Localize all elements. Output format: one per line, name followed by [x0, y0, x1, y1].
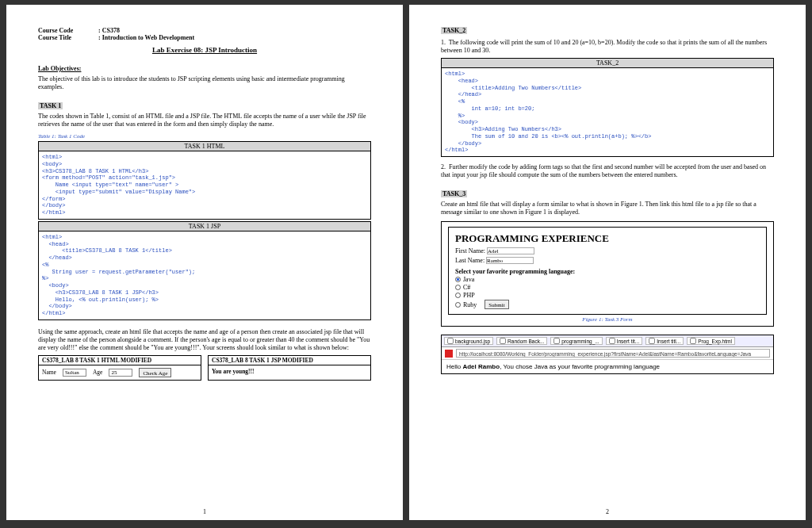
task2-code-header: TASK_2	[442, 59, 774, 68]
mod-age-input[interactable]: 25	[109, 369, 132, 377]
task3-form-frame: PROGRAMMING EXPERIENCE First Name: Adel …	[441, 221, 774, 327]
select-label: Select your favorite programming languag…	[455, 268, 760, 275]
browser-frame: background.jsp Random Back... programmin…	[441, 335, 774, 374]
page-1: Course Code : CS378 Course Title : Intro…	[6, 5, 403, 520]
stop-icon[interactable]	[445, 350, 453, 358]
browser-tab[interactable]: background.jsp	[444, 337, 493, 345]
form-title: PROGRAMMING EXPERIENCE	[455, 232, 760, 245]
page-icon	[690, 338, 696, 344]
table1-caption: Table 1: Task 1 Code	[38, 133, 371, 140]
mod-html-box: CS378_LAB 8 TASK 1 HTML MODIFIED Name Su…	[38, 355, 201, 381]
browser-tab[interactable]: Prog_Exp.html	[687, 337, 735, 345]
submit-button[interactable]: Submit	[485, 300, 508, 309]
mod-jsp-header: CS378_LAB 8 TASK 1 JSP MODIFIED	[209, 356, 370, 365]
task1-followup: Using the same approach, create an html …	[38, 328, 371, 352]
doc-title: Lab Exercise 08: JSP Introduction	[38, 46, 371, 54]
ln-label: Last Name:	[455, 257, 485, 264]
task2-num2: 2.	[441, 163, 449, 170]
opt-php: PHP	[463, 292, 475, 299]
task2-item1: The following code will print the sum of…	[441, 39, 767, 54]
task2-num1: 1.	[441, 39, 449, 46]
page-icon	[609, 338, 615, 344]
objectives-heading: Lab Objectives:	[38, 65, 371, 72]
task2-label: TASK_2	[441, 27, 467, 34]
task2-item2: Further modify the code by adding form t…	[441, 163, 766, 178]
page1-number: 1	[6, 508, 403, 515]
figure1-caption: Figure 1: Task 3 Form	[448, 316, 767, 323]
browser-tab[interactable]: Random Back...	[496, 337, 547, 345]
browser-content: Hello Adel Rambo, You chose Java as your…	[442, 360, 773, 373]
radio-dot-icon	[455, 285, 461, 290]
page-icon	[500, 338, 506, 344]
task1-intro: The codes shown in Table 1, consist of a…	[38, 113, 371, 128]
radio-dot-icon	[455, 277, 461, 282]
task1-jsp-code: <html> <head> <title>CS378_LAB 8 TASK 1<…	[42, 234, 367, 317]
course-code-label: Course Code	[38, 27, 94, 34]
url-field[interactable]: http://localhost:8080/Working_Folder/pro…	[456, 349, 770, 358]
task2-code: <html> <head> <title>Adding Two Numbers<…	[445, 71, 770, 154]
ln-input[interactable]: Rambo	[486, 257, 534, 264]
address-bar: http://localhost:8080/Working_Folder/pro…	[442, 347, 773, 360]
mod-name-input[interactable]: Sultan	[63, 369, 86, 377]
mod-html-header: CS378_LAB 8 TASK 1 HTML MODIFIED	[39, 356, 201, 365]
page-2: TASK_2 1. The following code will print …	[409, 5, 806, 520]
course-title-label: Course Title	[38, 34, 94, 41]
opt-java: Java	[463, 276, 474, 283]
course-title-row: Course Title : Introduction to Web Devel…	[38, 34, 371, 41]
radio-java[interactable]: Java	[455, 276, 760, 283]
course-code-row: Course Code : CS378	[38, 27, 371, 34]
output-name: Adel Rambo	[462, 363, 500, 370]
course-title-value: : Introduction to Web Development	[98, 34, 194, 41]
browser-tabstrip: background.jsp Random Back... programmin…	[442, 335, 773, 347]
page2-number: 2	[409, 508, 806, 515]
mod-jsp-box: CS378_LAB 8 TASK 1 JSP MODIFIED You are …	[208, 355, 371, 381]
output-suffix: , You chose Java as your favorite progra…	[500, 363, 660, 370]
browser-tab[interactable]: Insert tit...	[606, 337, 643, 345]
objectives-text: The objective of this lab is to introduc…	[38, 75, 371, 91]
task1-html-header: TASK 1 HTML	[39, 142, 371, 151]
task1-modified-row: CS378_LAB 8 TASK 1 HTML MODIFIED Name Su…	[38, 355, 371, 381]
page-icon	[649, 338, 655, 344]
opt-ruby: Ruby	[463, 301, 477, 308]
radio-dot-icon	[455, 302, 461, 308]
course-code-value: : CS378	[98, 27, 120, 34]
radio-dot-icon	[455, 293, 461, 298]
page-icon	[447, 338, 454, 344]
opt-csharp: C#	[463, 284, 470, 291]
task1-label: TASK 1	[38, 102, 63, 109]
radio-ruby[interactable]: Ruby Submit	[455, 300, 760, 309]
task3-intro: Create an html file that will display a …	[441, 201, 774, 216]
output-prefix: Hello	[446, 363, 462, 370]
mod-jsp-output: You are young!!!	[212, 368, 255, 375]
task3-label: TASK_3	[441, 190, 467, 197]
mod-age-label: Age	[93, 369, 103, 376]
radio-csharp[interactable]: C#	[455, 284, 760, 291]
task1-html-code: <html> <body> <h3>CS378_LAB 8 TASK 1 HTM…	[42, 154, 367, 216]
browser-tab[interactable]: programming_...	[550, 337, 602, 345]
task2-code-table: TASK_2 <html> <head> <title>Adding Two N…	[441, 58, 774, 157]
page-icon	[553, 338, 560, 344]
browser-tab[interactable]: Insert titl...	[645, 337, 684, 345]
fn-label: First Name:	[455, 247, 485, 254]
task1-jsp-table: TASK 1 JSP <html> <head> <title>CS378_LA…	[38, 221, 371, 320]
fn-input[interactable]: Adel	[487, 247, 534, 254]
mod-name-label: Name	[42, 369, 56, 376]
radio-php[interactable]: PHP	[455, 292, 760, 299]
check-age-button[interactable]: Check Age	[139, 368, 171, 377]
task1-jsp-header: TASK 1 JSP	[39, 221, 371, 231]
task1-html-table: TASK 1 HTML <html> <body> <h3>CS378_LAB …	[38, 141, 371, 220]
